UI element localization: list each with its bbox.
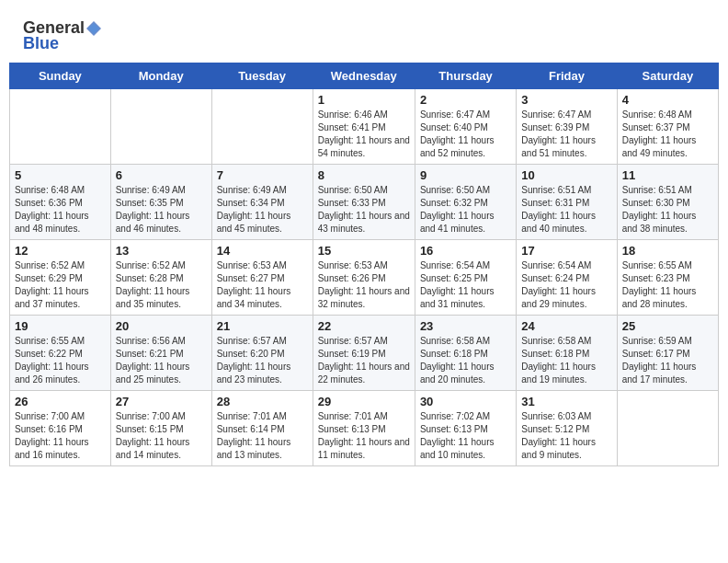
calendar-week-3: 12Sunrise: 6:52 AM Sunset: 6:29 PM Dayli… xyxy=(10,240,719,316)
day-info: Sunrise: 7:00 AM Sunset: 6:16 PM Dayligh… xyxy=(15,410,106,462)
logo: General Blue xyxy=(23,18,103,53)
day-info: Sunrise: 6:50 AM Sunset: 6:33 PM Dayligh… xyxy=(318,184,410,236)
calendar-cell: 10Sunrise: 6:51 AM Sunset: 6:31 PM Dayli… xyxy=(517,165,617,240)
day-info: Sunrise: 6:55 AM Sunset: 6:23 PM Dayligh… xyxy=(622,259,713,311)
calendar-cell: 5Sunrise: 6:48 AM Sunset: 6:36 PM Daylig… xyxy=(10,165,111,240)
day-number: 24 xyxy=(521,319,611,333)
calendar-cell: 8Sunrise: 6:50 AM Sunset: 6:33 PM Daylig… xyxy=(313,165,415,240)
calendar-cell: 16Sunrise: 6:54 AM Sunset: 6:25 PM Dayli… xyxy=(415,240,516,316)
weekday-header-friday: Friday xyxy=(517,63,617,89)
day-number: 3 xyxy=(521,93,611,107)
day-info: Sunrise: 6:52 AM Sunset: 6:28 PM Dayligh… xyxy=(116,259,207,311)
calendar-cell: 20Sunrise: 6:56 AM Sunset: 6:21 PM Dayli… xyxy=(110,316,211,391)
day-info: Sunrise: 6:56 AM Sunset: 6:21 PM Dayligh… xyxy=(116,335,207,386)
calendar-cell: 30Sunrise: 7:02 AM Sunset: 6:13 PM Dayli… xyxy=(415,391,516,466)
calendar-cell xyxy=(110,89,211,165)
weekday-header-sunday: Sunday xyxy=(10,63,111,89)
day-number: 27 xyxy=(116,395,207,408)
calendar-cell: 22Sunrise: 6:57 AM Sunset: 6:19 PM Dayli… xyxy=(313,316,415,391)
day-number: 12 xyxy=(15,244,106,258)
day-info: Sunrise: 6:49 AM Sunset: 6:34 PM Dayligh… xyxy=(217,184,308,236)
day-number: 11 xyxy=(622,168,713,182)
day-info: Sunrise: 6:55 AM Sunset: 6:22 PM Dayligh… xyxy=(15,335,106,386)
day-number: 23 xyxy=(420,319,511,333)
calendar-cell: 25Sunrise: 6:59 AM Sunset: 6:17 PM Dayli… xyxy=(617,316,718,391)
day-number: 26 xyxy=(15,395,106,408)
calendar-cell: 29Sunrise: 7:01 AM Sunset: 6:13 PM Dayli… xyxy=(313,391,415,466)
day-info: Sunrise: 7:01 AM Sunset: 6:13 PM Dayligh… xyxy=(318,410,410,462)
weekday-header-tuesday: Tuesday xyxy=(211,63,313,89)
calendar-cell xyxy=(211,89,313,165)
calendar-cell: 24Sunrise: 6:58 AM Sunset: 6:18 PM Dayli… xyxy=(517,316,617,391)
logo-blue-text: Blue xyxy=(23,34,59,53)
calendar-cell: 13Sunrise: 6:52 AM Sunset: 6:28 PM Dayli… xyxy=(110,240,211,316)
calendar-week-2: 5Sunrise: 6:48 AM Sunset: 6:36 PM Daylig… xyxy=(10,165,719,240)
weekday-header-saturday: Saturday xyxy=(617,63,718,89)
day-info: Sunrise: 6:48 AM Sunset: 6:37 PM Dayligh… xyxy=(622,109,713,160)
day-number: 20 xyxy=(116,319,207,333)
day-info: Sunrise: 7:01 AM Sunset: 6:14 PM Dayligh… xyxy=(217,410,308,462)
calendar-cell: 23Sunrise: 6:58 AM Sunset: 6:18 PM Dayli… xyxy=(415,316,516,391)
calendar-week-1: 1Sunrise: 6:46 AM Sunset: 6:41 PM Daylig… xyxy=(10,89,719,165)
weekday-header-row: SundayMondayTuesdayWednesdayThursdayFrid… xyxy=(10,63,719,89)
day-info: Sunrise: 6:57 AM Sunset: 6:19 PM Dayligh… xyxy=(318,335,410,386)
day-number: 16 xyxy=(420,244,511,258)
day-info: Sunrise: 6:54 AM Sunset: 6:25 PM Dayligh… xyxy=(420,259,511,311)
calendar-cell: 19Sunrise: 6:55 AM Sunset: 6:22 PM Dayli… xyxy=(10,316,111,391)
day-number: 10 xyxy=(521,168,611,182)
day-info: Sunrise: 6:51 AM Sunset: 6:30 PM Dayligh… xyxy=(622,184,713,236)
day-info: Sunrise: 6:48 AM Sunset: 6:36 PM Dayligh… xyxy=(15,184,106,236)
day-info: Sunrise: 6:46 AM Sunset: 6:41 PM Dayligh… xyxy=(318,109,410,160)
calendar-cell: 31Sunrise: 6:03 AM Sunset: 5:12 PM Dayli… xyxy=(517,391,617,466)
svg-marker-1 xyxy=(88,23,99,34)
day-number: 9 xyxy=(420,168,511,182)
calendar-cell xyxy=(617,391,718,466)
day-number: 19 xyxy=(15,319,106,333)
calendar-cell: 27Sunrise: 7:00 AM Sunset: 6:15 PM Dayli… xyxy=(110,391,211,466)
calendar-week-5: 26Sunrise: 7:00 AM Sunset: 6:16 PM Dayli… xyxy=(10,391,719,466)
day-info: Sunrise: 6:58 AM Sunset: 6:18 PM Dayligh… xyxy=(420,335,511,386)
weekday-header-thursday: Thursday xyxy=(415,63,516,89)
calendar-week-4: 19Sunrise: 6:55 AM Sunset: 6:22 PM Dayli… xyxy=(10,316,719,391)
calendar-cell: 1Sunrise: 6:46 AM Sunset: 6:41 PM Daylig… xyxy=(313,89,415,165)
weekday-header-wednesday: Wednesday xyxy=(313,63,415,89)
day-number: 30 xyxy=(420,395,511,408)
calendar-cell: 14Sunrise: 6:53 AM Sunset: 6:27 PM Dayli… xyxy=(211,240,313,316)
calendar-cell: 11Sunrise: 6:51 AM Sunset: 6:30 PM Dayli… xyxy=(617,165,718,240)
day-number: 18 xyxy=(622,244,713,258)
day-info: Sunrise: 7:00 AM Sunset: 6:15 PM Dayligh… xyxy=(116,410,207,462)
day-info: Sunrise: 6:51 AM Sunset: 6:31 PM Dayligh… xyxy=(521,184,611,236)
day-info: Sunrise: 6:50 AM Sunset: 6:32 PM Dayligh… xyxy=(420,184,511,236)
day-number: 25 xyxy=(622,319,713,333)
calendar-cell xyxy=(10,89,111,165)
day-number: 2 xyxy=(420,93,511,107)
day-number: 22 xyxy=(318,319,410,333)
calendar-cell: 2Sunrise: 6:47 AM Sunset: 6:40 PM Daylig… xyxy=(415,89,516,165)
day-info: Sunrise: 6:47 AM Sunset: 6:39 PM Dayligh… xyxy=(521,109,611,160)
day-info: Sunrise: 6:53 AM Sunset: 6:27 PM Dayligh… xyxy=(217,259,308,311)
day-number: 29 xyxy=(318,395,410,408)
day-info: Sunrise: 6:54 AM Sunset: 6:24 PM Dayligh… xyxy=(521,259,611,311)
day-number: 4 xyxy=(622,93,713,107)
calendar-cell: 3Sunrise: 6:47 AM Sunset: 6:39 PM Daylig… xyxy=(517,89,617,165)
day-number: 17 xyxy=(521,244,611,258)
calendar-cell: 17Sunrise: 6:54 AM Sunset: 6:24 PM Dayli… xyxy=(517,240,617,316)
calendar-cell: 9Sunrise: 6:50 AM Sunset: 6:32 PM Daylig… xyxy=(415,165,516,240)
day-number: 1 xyxy=(318,93,410,107)
calendar-cell: 18Sunrise: 6:55 AM Sunset: 6:23 PM Dayli… xyxy=(617,240,718,316)
day-number: 8 xyxy=(318,168,410,182)
day-info: Sunrise: 6:58 AM Sunset: 6:18 PM Dayligh… xyxy=(521,335,611,386)
day-number: 5 xyxy=(15,168,106,182)
calendar-cell: 12Sunrise: 6:52 AM Sunset: 6:29 PM Dayli… xyxy=(10,240,111,316)
day-info: Sunrise: 7:02 AM Sunset: 6:13 PM Dayligh… xyxy=(420,410,511,462)
page-header: General Blue xyxy=(9,9,719,58)
day-number: 15 xyxy=(318,244,410,258)
day-info: Sunrise: 6:53 AM Sunset: 6:26 PM Dayligh… xyxy=(318,259,410,311)
day-info: Sunrise: 6:49 AM Sunset: 6:35 PM Dayligh… xyxy=(116,184,207,236)
calendar-body: 1Sunrise: 6:46 AM Sunset: 6:41 PM Daylig… xyxy=(10,89,719,466)
calendar-cell: 6Sunrise: 6:49 AM Sunset: 6:35 PM Daylig… xyxy=(110,165,211,240)
logo-icon xyxy=(85,20,102,37)
calendar-cell: 21Sunrise: 6:57 AM Sunset: 6:20 PM Dayli… xyxy=(211,316,313,391)
day-info: Sunrise: 6:52 AM Sunset: 6:29 PM Dayligh… xyxy=(15,259,106,311)
day-number: 7 xyxy=(217,168,308,182)
